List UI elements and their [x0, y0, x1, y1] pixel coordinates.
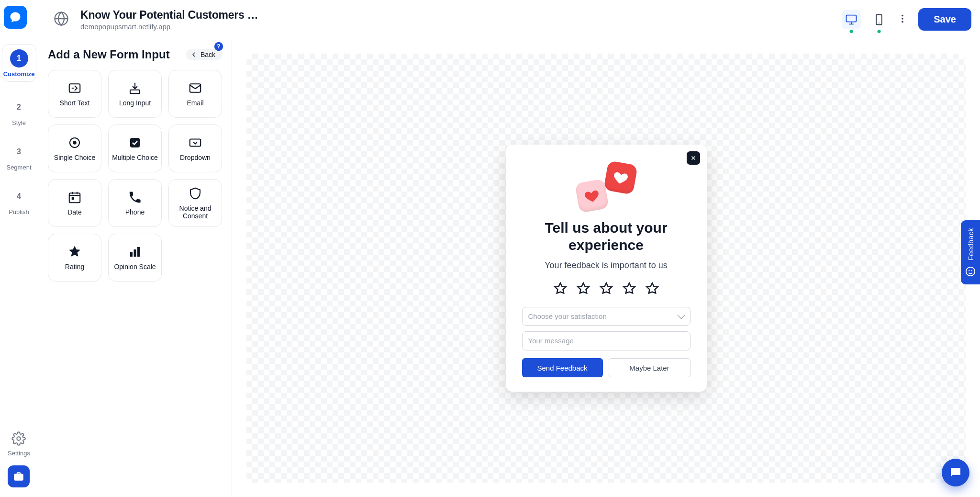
rail-step-num: 1 — [10, 49, 28, 68]
card-label: Email — [184, 99, 206, 107]
briefcase-button[interactable] — [8, 465, 30, 487]
star-icon — [67, 245, 82, 259]
chat-icon — [948, 465, 963, 480]
step-rail: 1 Customize 2 Style 3 Segment 4 Publish … — [0, 39, 38, 497]
rail-step-customize[interactable]: 1 Customize — [2, 44, 36, 82]
svg-rect-17 — [69, 193, 80, 203]
hearts-illustration — [575, 163, 637, 211]
smiley-icon — [965, 266, 976, 277]
input-type-email[interactable]: Email — [168, 70, 222, 118]
gear-icon — [11, 431, 26, 448]
device-mobile-active-dot — [878, 30, 881, 33]
svg-rect-20 — [134, 249, 136, 257]
card-label: Opinion Scale — [111, 263, 158, 271]
rail-step-num: 3 — [10, 143, 28, 161]
radio-icon — [67, 136, 82, 150]
maybe-later-button[interactable]: Maybe Later — [609, 358, 690, 377]
card-label: Multiple Choice — [109, 154, 161, 161]
back-label: Back — [200, 51, 215, 58]
card-label: Phone — [122, 208, 147, 216]
rail-step-num: 2 — [10, 98, 28, 116]
rail-settings-label: Settings — [8, 450, 30, 457]
card-label: Dropdown — [177, 154, 213, 161]
rail-step-num: 4 — [10, 187, 28, 205]
help-icon[interactable]: ? — [213, 41, 224, 52]
rail-step-label: Style — [12, 119, 26, 126]
panel-title: Add a New Form Input — [48, 48, 170, 61]
rating-stars[interactable] — [553, 281, 660, 296]
short-text-icon — [67, 81, 82, 95]
canvas-surface[interactable]: Tell us about your experience Your feedb… — [246, 54, 966, 483]
feedback-tab-label: Feedback — [967, 228, 975, 260]
heart-icon — [603, 160, 638, 195]
app-logo[interactable] — [4, 6, 27, 29]
phone-icon — [128, 190, 142, 204]
svg-point-22 — [966, 267, 975, 276]
star-outline-icon[interactable] — [599, 281, 614, 296]
popup-heading[interactable]: Tell us about your experience — [522, 219, 690, 254]
device-switch — [842, 10, 908, 29]
dropdown-icon — [188, 136, 202, 150]
shield-icon — [188, 186, 202, 201]
svg-point-3 — [879, 23, 880, 23]
svg-rect-10 — [69, 84, 80, 92]
input-type-notice-consent[interactable]: Notice and Consent — [168, 179, 222, 227]
calendar-icon — [67, 190, 82, 204]
input-type-opinion-scale[interactable]: Opinion Scale — [108, 234, 162, 282]
close-icon — [690, 155, 697, 161]
feedback-side-tab[interactable]: Feedback — [961, 220, 980, 284]
rail-step-label: Segment — [6, 164, 31, 171]
satisfaction-select[interactable]: Choose your satisfaction — [522, 307, 690, 326]
globe-icon — [53, 10, 70, 29]
input-type-dropdown[interactable]: Dropdown — [168, 124, 222, 172]
svg-point-7 — [17, 437, 21, 441]
rail-step-label: Customize — [3, 70, 35, 78]
card-label: Notice and Consent — [169, 204, 222, 220]
rail-step-segment[interactable]: 3 Segment — [6, 143, 31, 171]
star-outline-icon[interactable] — [576, 281, 591, 296]
input-type-short-text[interactable]: Short Text — [48, 70, 101, 118]
star-outline-icon[interactable] — [622, 281, 637, 296]
title-block: Know Your Potential Customers & Enh… dem… — [80, 9, 262, 31]
email-icon — [188, 81, 202, 95]
svg-point-5 — [902, 18, 903, 20]
chat-fab[interactable] — [942, 459, 969, 486]
input-type-single-choice[interactable]: Single Choice — [48, 124, 101, 172]
input-type-long-input[interactable]: Long Input — [108, 70, 162, 118]
svg-rect-18 — [72, 197, 74, 200]
checkbox-icon — [128, 136, 142, 150]
star-outline-icon[interactable] — [553, 281, 568, 296]
card-label: Single Choice — [51, 154, 98, 161]
rail-step-label: Publish — [9, 208, 29, 215]
device-desktop-button[interactable] — [842, 10, 861, 29]
input-type-multiple-choice[interactable]: Multiple Choice — [108, 124, 162, 172]
svg-rect-15 — [130, 138, 140, 147]
svg-point-24 — [971, 270, 972, 271]
card-label: Rating — [62, 263, 87, 271]
device-desktop-active-dot — [850, 30, 853, 33]
device-mobile-button[interactable] — [869, 10, 889, 29]
input-type-phone[interactable]: Phone — [108, 179, 162, 227]
card-label: Date — [65, 208, 85, 216]
send-feedback-button[interactable]: Send Feedback — [522, 358, 603, 377]
input-picker-panel: Add a New Form Input Back ? Short Text L… — [38, 39, 232, 497]
heart-icon — [575, 179, 609, 213]
input-type-date[interactable]: Date — [48, 179, 101, 227]
star-outline-icon[interactable] — [645, 281, 660, 296]
more-menu-button[interactable] — [897, 13, 908, 26]
svg-rect-16 — [190, 139, 201, 146]
svg-point-14 — [73, 141, 77, 145]
save-button[interactable]: Save — [918, 8, 971, 31]
svg-rect-1 — [846, 15, 857, 22]
rail-step-publish[interactable]: 4 Publish — [9, 187, 29, 215]
svg-text:?: ? — [217, 43, 220, 50]
svg-point-23 — [969, 270, 969, 271]
message-textarea[interactable] — [522, 331, 690, 350]
rail-step-style[interactable]: 2 Style — [10, 98, 28, 126]
svg-rect-21 — [137, 247, 140, 257]
canvas: Tell us about your experience Your feedb… — [232, 39, 980, 497]
popup-subheading[interactable]: Your feedback is important to us — [545, 260, 667, 271]
input-type-rating[interactable]: Rating — [48, 234, 101, 282]
popup-close-button[interactable] — [687, 151, 700, 165]
rail-settings[interactable]: Settings — [8, 431, 30, 457]
